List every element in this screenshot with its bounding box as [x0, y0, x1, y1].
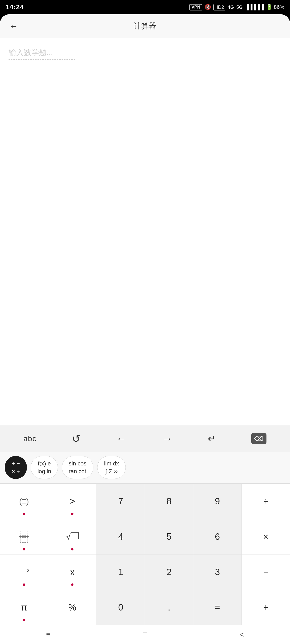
input-area[interactable]: 输入数学题... [0, 38, 290, 426]
tab-calculus-line1: lim dx [104, 460, 119, 468]
key-greater[interactable]: > [48, 484, 97, 519]
tab-arithmetic-line1: + − [12, 460, 20, 468]
key-dot[interactable]: . [145, 590, 193, 625]
home-icon: □ [143, 630, 147, 639]
cursor-left-button[interactable]: ← [112, 431, 130, 446]
key-add[interactable]: + [242, 590, 290, 625]
calc-row-3: 2 x 1 2 3 − [0, 554, 290, 590]
key-2-label: 2 [167, 567, 172, 577]
tab-functions[interactable]: f(x) e log ln [31, 456, 58, 479]
dot-icon: . [168, 602, 170, 613]
math-input-placeholder: 输入数学题... [9, 48, 75, 60]
menu-icon: ≡ [46, 630, 51, 639]
fraction-icon [19, 531, 29, 542]
key-pi[interactable]: π [0, 590, 48, 625]
status-icons: VPN 🔇 HD2 4G 5G ▐▐▐▐▐ 🔋 86% [189, 4, 284, 10]
key-2[interactable]: 2 [145, 554, 193, 590]
key-1-label: 1 [118, 567, 123, 577]
tab-trig[interactable]: sin cos tan cot [62, 456, 93, 479]
red-dot [71, 584, 74, 586]
function-tabs: + − × ÷ f(x) e log ln sin cos tan cot li… [0, 452, 290, 484]
nav-bar: ≡ □ < [0, 625, 290, 644]
page-title: 计算器 [134, 21, 156, 31]
key-x[interactable]: x [48, 554, 97, 590]
key-8-label: 8 [167, 496, 172, 506]
red-dot [23, 619, 25, 621]
add-icon: + [263, 602, 268, 613]
red-dot [23, 548, 25, 550]
backspace-icon: ⌫ [251, 433, 266, 444]
key-percent[interactable]: % [48, 590, 97, 625]
equals-icon: = [215, 602, 220, 613]
abc-button[interactable]: abc [20, 432, 41, 445]
enter-button[interactable]: ↵ [204, 431, 220, 446]
left-arrow-icon: ← [116, 433, 126, 444]
nav-home-button[interactable]: □ [133, 628, 157, 642]
key-6-label: 6 [215, 532, 220, 542]
top-bar: ← 计算器 [0, 14, 290, 38]
divide-icon: ÷ [263, 496, 268, 506]
key-0[interactable]: 0 [97, 590, 145, 625]
key-7[interactable]: 7 [97, 484, 145, 519]
paren-icon: (□) [19, 497, 29, 506]
cursor-right-button[interactable]: → [158, 431, 176, 446]
key-power[interactable]: 2 [0, 554, 48, 590]
red-dot [71, 548, 74, 550]
key-5-label: 5 [167, 532, 172, 542]
app-container: ← 计算器 输入数学题... abc ↺ ← → ↵ ⌫ + − × ÷ f(x… [0, 14, 290, 644]
signal-icon: ▐▐▐▐▐ [245, 4, 264, 10]
key-9-label: 9 [215, 496, 220, 506]
nav-menu-button[interactable]: ≡ [37, 628, 60, 642]
tab-trig-line1: sin cos [69, 460, 87, 468]
key-6[interactable]: 6 [193, 519, 241, 554]
history-button[interactable]: ↺ [68, 431, 84, 447]
hd2-icon: HD2 [213, 4, 225, 10]
key-1[interactable]: 1 [97, 554, 145, 590]
tab-calculus-line2: ∫ Σ ∞ [104, 467, 119, 476]
key-3[interactable]: 3 [193, 554, 241, 590]
network-4g-icon: 4G [228, 4, 234, 10]
vpn-badge: VPN [189, 4, 202, 10]
status-time: 14:24 [6, 3, 24, 11]
calc-row-4: π % 0 . = + [0, 590, 290, 625]
key-fraction[interactable] [0, 519, 48, 554]
calc-grid: (□) > 7 8 9 ÷ [0, 484, 290, 625]
key-9[interactable]: 9 [193, 484, 241, 519]
tab-trig-line2: tan cot [69, 467, 87, 476]
subtract-icon: − [263, 567, 268, 577]
key-4-label: 4 [118, 532, 123, 542]
tab-calculus[interactable]: lim dx ∫ Σ ∞ [97, 456, 126, 479]
key-subtract[interactable]: − [242, 554, 290, 590]
tab-functions-line1: f(x) e [38, 460, 51, 468]
nav-back-button[interactable]: < [230, 628, 253, 642]
key-divide[interactable]: ÷ [242, 484, 290, 519]
calc-row-2: √ 4 5 6 × [0, 519, 290, 554]
pi-icon: π [21, 602, 27, 613]
right-arrow-icon: → [162, 433, 172, 444]
key-0-label: 0 [118, 602, 123, 613]
percent-icon: % [69, 602, 77, 613]
x-label: x [70, 567, 75, 577]
key-paren[interactable]: (□) [0, 484, 48, 519]
greater-icon: > [70, 496, 75, 506]
multiply-icon: × [263, 532, 268, 542]
red-dot [71, 513, 74, 515]
tab-arithmetic[interactable]: + − × ÷ [5, 456, 27, 479]
key-equals[interactable]: = [193, 590, 241, 625]
nav-back-icon: < [239, 630, 244, 639]
key-5[interactable]: 5 [145, 519, 193, 554]
backspace-button[interactable]: ⌫ [247, 431, 270, 446]
key-8[interactable]: 8 [145, 484, 193, 519]
key-multiply[interactable]: × [242, 519, 290, 554]
mute-icon: 🔇 [205, 4, 211, 10]
key-sqrt[interactable]: √ [48, 519, 97, 554]
sqrt-icon: √ [66, 532, 79, 542]
back-button[interactable]: ← [8, 19, 20, 33]
tab-functions-line2: log ln [38, 467, 51, 476]
key-7-label: 7 [118, 496, 123, 506]
keyboard-toolbar: abc ↺ ← → ↵ ⌫ [0, 426, 290, 452]
red-dot [23, 584, 25, 586]
history-icon: ↺ [72, 433, 81, 445]
key-4[interactable]: 4 [97, 519, 145, 554]
power-icon: 2 [19, 569, 30, 575]
